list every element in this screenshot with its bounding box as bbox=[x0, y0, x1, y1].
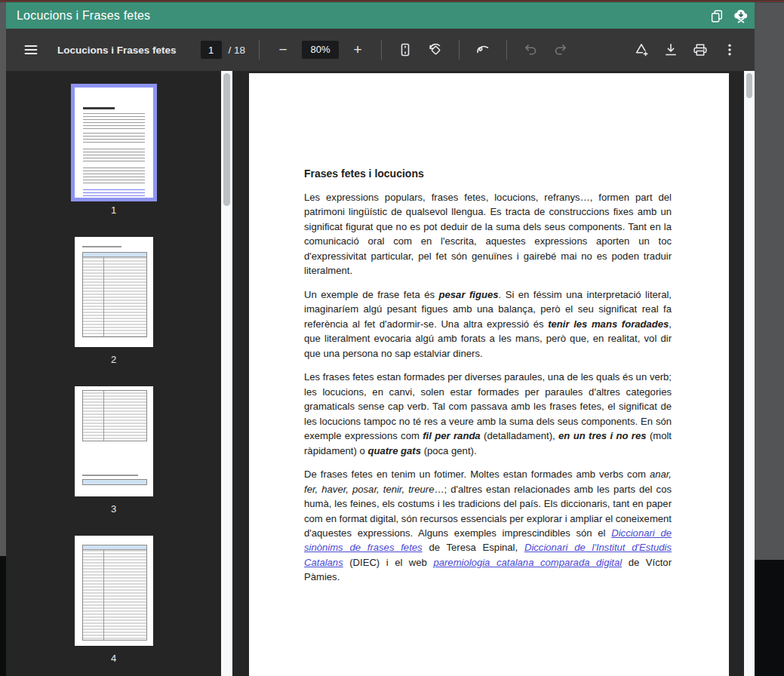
thumbnail-page-number: 4 bbox=[111, 653, 116, 664]
undo-icon[interactable] bbox=[521, 40, 540, 60]
background-strip-right bbox=[755, 2, 784, 560]
thumbnail-preview bbox=[75, 237, 153, 347]
thumbnail-preview bbox=[75, 88, 153, 198]
paragraph: De frases fetes en tenim un fotimer. Mol… bbox=[304, 467, 672, 584]
thumbnail-page-number: 2 bbox=[111, 354, 116, 365]
page-number-input[interactable] bbox=[201, 41, 222, 59]
thumbnail-page-number: 3 bbox=[111, 503, 116, 515]
download-icon[interactable] bbox=[661, 40, 681, 60]
toolbar-divider bbox=[459, 40, 460, 60]
zoom-in-button[interactable]: + bbox=[348, 40, 367, 60]
thumbnail-sidebar: 1 2 3 bbox=[6, 71, 221, 676]
pdf-page-1: Frases fetes i locucions Les expressions… bbox=[249, 73, 729, 676]
thumbnail-page-2[interactable]: 2 bbox=[75, 237, 153, 365]
window-title: Locucions i Frases fetes bbox=[17, 9, 150, 23]
document-link[interactable]: paremiologia catalana comparada digital bbox=[433, 557, 622, 568]
thumbnail-page-4[interactable]: 4 bbox=[75, 536, 153, 664]
document-heading: Frases fetes i locucions bbox=[304, 167, 672, 180]
thumbnail-page-1[interactable]: 1 bbox=[75, 88, 153, 216]
fit-to-page-icon[interactable] bbox=[395, 40, 415, 60]
toolbar-right-controls bbox=[632, 40, 739, 60]
viewer-content: 1 2 3 bbox=[6, 71, 755, 676]
title-bar: Locucions i Frases fetes bbox=[6, 2, 755, 29]
page-zoom-controls: / 18 − 80% + bbox=[201, 40, 571, 60]
toolbar-document-title: Locucions i Frases fetes bbox=[57, 45, 177, 56]
thumbnail-page-number: 1 bbox=[111, 204, 116, 216]
document-scrollbar-thumb[interactable] bbox=[746, 73, 752, 98]
paragraph: Les frases fetes estan formades per dive… bbox=[304, 370, 672, 457]
menu-icon[interactable] bbox=[21, 40, 41, 60]
zoom-level[interactable]: 80% bbox=[302, 41, 339, 59]
toolbar-divider bbox=[259, 40, 260, 60]
add-shortcut-icon[interactable] bbox=[632, 40, 651, 60]
sidebar-scrollbar-thumb[interactable] bbox=[223, 73, 230, 206]
paragraph: Un exemple de frase feta és pesar figues… bbox=[304, 287, 672, 361]
draw-annotate-icon[interactable] bbox=[473, 40, 493, 60]
thumbnail-list: 1 2 3 bbox=[6, 71, 221, 676]
thumbnail-preview bbox=[75, 536, 153, 646]
redo-icon[interactable] bbox=[551, 40, 570, 60]
page-total: / 18 bbox=[229, 45, 246, 56]
toolbar-divider bbox=[506, 40, 507, 60]
paragraph: Les expressions populars, frases fetes, … bbox=[304, 190, 672, 278]
sidebar-scrollbar[interactable] bbox=[221, 71, 232, 676]
thumbnail-page-3[interactable]: 3 bbox=[75, 386, 153, 515]
background-strip-left bbox=[0, 2, 6, 556]
pdf-toolbar: Locucions i Frases fetes / 18 − 80% + bbox=[6, 29, 755, 71]
save-to-drive-icon[interactable] bbox=[732, 7, 750, 25]
document-scrollbar[interactable] bbox=[744, 71, 755, 676]
thumbnail-preview bbox=[75, 386, 153, 496]
rotate-counterclockwise-icon[interactable] bbox=[426, 40, 445, 60]
pdf-viewer-window: Locucions i Frases fetes bbox=[6, 2, 755, 676]
toolbar-divider bbox=[381, 40, 382, 60]
copy-icon[interactable] bbox=[708, 7, 726, 25]
print-icon[interactable] bbox=[690, 40, 710, 60]
zoom-out-button[interactable]: − bbox=[273, 40, 293, 60]
document-area: Frases fetes i locucions Les expressions… bbox=[232, 71, 755, 676]
more-options-icon[interactable] bbox=[720, 40, 739, 60]
